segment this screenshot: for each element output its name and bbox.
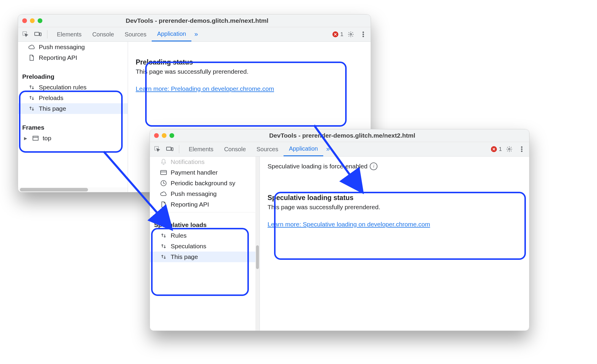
- svg-point-13: [521, 146, 523, 148]
- error-icon: ✕: [332, 31, 338, 37]
- cloud-icon: [160, 190, 167, 197]
- settings-button[interactable]: [346, 29, 356, 39]
- device-toolbar-icon[interactable]: [165, 144, 175, 154]
- info-icon[interactable]: i: [370, 162, 377, 170]
- tab-application[interactable]: Application: [152, 27, 191, 41]
- card-icon: [160, 169, 167, 176]
- inspect-element-icon[interactable]: [20, 29, 31, 39]
- svg-point-6: [363, 36, 364, 37]
- tab-elements[interactable]: Elements: [52, 27, 87, 41]
- minimize-window-button[interactable]: [30, 18, 35, 23]
- learn-more-link[interactable]: Learn more: Speculative loading on devel…: [268, 221, 430, 228]
- minimize-window-button[interactable]: [162, 133, 167, 138]
- close-window-button[interactable]: [154, 133, 159, 138]
- file-icon: [28, 54, 35, 61]
- svg-rect-7: [33, 136, 38, 140]
- updown-icon: [160, 243, 167, 250]
- tab-console[interactable]: Console: [219, 142, 251, 156]
- devtools-toolbar: Elements Console Sources Application » ✕…: [150, 142, 529, 157]
- error-counter[interactable]: ✕ 1: [332, 31, 343, 38]
- sidebar-item-payment-handler[interactable]: Payment handler: [150, 167, 260, 178]
- sidebar-section-speculative-loads: Speculative loads: [150, 219, 260, 230]
- clock-icon: [160, 180, 167, 187]
- more-tabs-button[interactable]: »: [191, 27, 201, 41]
- sidebar-item-frame-top[interactable]: ▸ top: [18, 133, 128, 144]
- updown-icon: [28, 84, 35, 91]
- svg-rect-16: [161, 170, 167, 175]
- sidebar-item-push-messaging[interactable]: Push messaging: [18, 42, 128, 52]
- updown-icon: [160, 232, 167, 239]
- application-sidebar: Push messaging Reporting API Preloading …: [18, 42, 128, 192]
- svg-point-3: [350, 33, 352, 35]
- device-toolbar-icon[interactable]: [33, 29, 43, 39]
- window-title: DevTools - prerender-demos.glitch.me/nex…: [177, 132, 507, 139]
- sidebar-scrollbar[interactable]: [18, 187, 128, 192]
- bell-icon: [160, 158, 167, 165]
- error-icon: ✕: [491, 146, 497, 152]
- devtools-window-2: DevTools - prerender-demos.glitch.me/nex…: [150, 129, 529, 331]
- force-enabled-notice: Speculative loading is force-enabled i: [268, 162, 521, 170]
- window-title: DevTools - prerender-demos.glitch.me/nex…: [45, 17, 349, 24]
- titlebar: DevTools - prerender-demos.glitch.me/nex…: [150, 129, 529, 142]
- panel-tabs: Elements Console Sources Application »: [183, 142, 333, 156]
- sidebar-item-reporting-api[interactable]: Reporting API: [150, 199, 260, 210]
- frame-icon: [32, 135, 39, 142]
- tab-console[interactable]: Console: [87, 27, 119, 41]
- panel-tabs: Elements Console Sources Application »: [52, 27, 201, 41]
- tab-elements[interactable]: Elements: [183, 142, 219, 156]
- close-window-button[interactable]: [22, 18, 27, 23]
- sidebar-item-speculation-rules[interactable]: Speculation rules: [18, 82, 128, 93]
- updown-icon: [28, 105, 35, 112]
- sidebar-item-this-page[interactable]: This page: [150, 252, 260, 262]
- devtools-toolbar: Elements Console Sources Application » ✕…: [18, 27, 371, 42]
- learn-more-link[interactable]: Learn more: Preloading on developer.chro…: [136, 85, 274, 92]
- svg-point-4: [363, 32, 364, 33]
- error-counter[interactable]: ✕ 1: [491, 146, 502, 152]
- updown-icon: [160, 253, 167, 260]
- sidebar-section-preloading: Preloading: [18, 71, 128, 82]
- sidebar-section-frames: Frames: [18, 122, 128, 133]
- cloud-icon: [28, 44, 35, 51]
- sidebar-item-this-page[interactable]: This page: [18, 103, 128, 114]
- sidebar-item-notifications[interactable]: Notifications: [150, 157, 260, 167]
- inspect-element-icon[interactable]: [152, 144, 162, 154]
- updown-icon: [28, 94, 35, 102]
- tab-sources[interactable]: Sources: [119, 27, 152, 41]
- zoom-window-button[interactable]: [169, 133, 174, 138]
- kebab-menu-button[interactable]: [517, 144, 527, 154]
- status-title: Speculative loading status: [268, 194, 521, 202]
- sidebar-item-reporting-api[interactable]: Reporting API: [18, 52, 128, 63]
- zoom-window-button[interactable]: [38, 18, 42, 23]
- status-title: Preloading status: [136, 58, 363, 66]
- svg-rect-1: [35, 32, 39, 36]
- status-message: This page was successfully prerendered.: [268, 204, 521, 211]
- kebab-menu-button[interactable]: [358, 29, 368, 39]
- application-sidebar: Notifications Payment handler Periodic b…: [150, 157, 260, 331]
- svg-point-12: [508, 148, 510, 150]
- sidebar-item-speculations[interactable]: Speculations: [150, 241, 260, 252]
- tab-sources[interactable]: Sources: [251, 142, 284, 156]
- file-icon: [160, 201, 167, 208]
- sidebar-item-rules[interactable]: Rules: [150, 230, 260, 241]
- settings-button[interactable]: [504, 144, 514, 154]
- titlebar: DevTools - prerender-demos.glitch.me/nex…: [18, 15, 371, 27]
- sidebar-item-preloads[interactable]: Preloads: [18, 93, 128, 103]
- tab-application[interactable]: Application: [284, 142, 323, 156]
- svg-point-14: [521, 149, 523, 150]
- more-tabs-button[interactable]: »: [323, 142, 333, 156]
- svg-rect-11: [172, 148, 173, 151]
- status-message: This page was successfully prerendered.: [136, 68, 363, 75]
- sidebar-item-periodic-background-sync[interactable]: Periodic background sy: [150, 178, 260, 189]
- svg-point-5: [363, 34, 364, 35]
- svg-rect-10: [167, 147, 171, 150]
- svg-rect-2: [40, 33, 41, 36]
- svg-point-15: [521, 151, 523, 152]
- sidebar-scrollbar[interactable]: [255, 157, 260, 331]
- sidebar-item-push-messaging[interactable]: Push messaging: [150, 189, 260, 199]
- speculative-loading-panel: Speculative loading is force-enabled i S…: [260, 157, 529, 331]
